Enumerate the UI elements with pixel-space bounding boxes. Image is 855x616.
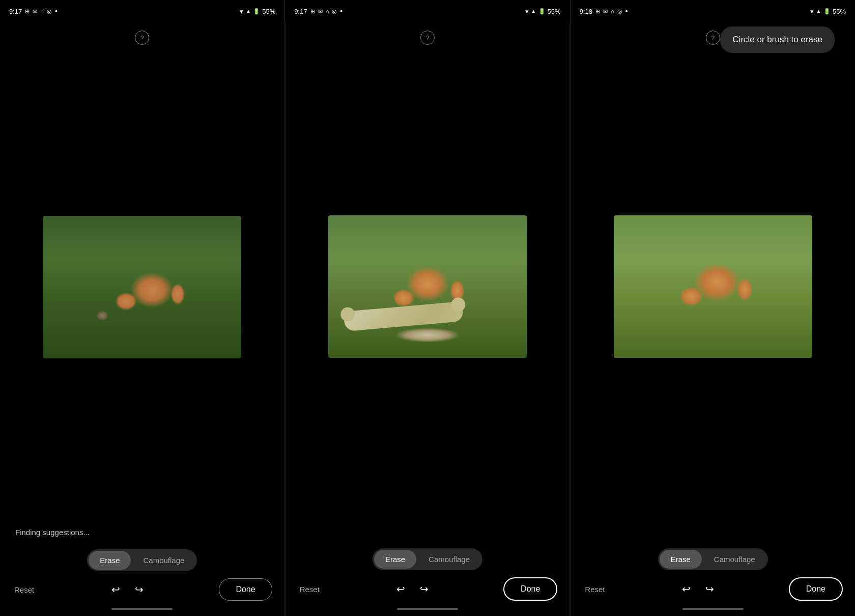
email-icon-3: ✉ [603, 8, 608, 15]
home-icon-2: ⌂ [326, 8, 329, 14]
battery-icon-2: 🔋 [538, 8, 546, 15]
main-content: ? Finding suggestions... Erase Camouflag… [0, 22, 855, 616]
battery-percent-3: 55% [833, 8, 846, 15]
phone-panel-1: ? Finding suggestions... Erase Camouflag… [0, 22, 285, 616]
home-bar-3 [682, 608, 744, 610]
erase-button-3[interactable]: Erase [660, 550, 702, 569]
battery-percent-1: 55% [262, 8, 275, 15]
help-button-1[interactable]: ? [135, 31, 149, 45]
phone-panel-3: ? Circle or brush to erase Erase Camoufl… [571, 22, 855, 616]
redo-button-1[interactable]: ↪ [130, 580, 149, 599]
suggestions-area-2 [286, 524, 570, 544]
dog-image-1[interactable] [43, 216, 241, 358]
reset-button-2[interactable]: Reset [298, 581, 322, 598]
status-bar-panel-1: 9:17 ⊞ ✉ ⌂ ◎ • ▾ ▲ 🔋 55% [0, 0, 284, 22]
suggestions-text-1: Finding suggestions... [15, 528, 90, 537]
home-bar-2 [397, 608, 458, 610]
status-left-3: 9:18 ⊞ ✉ ⌂ ◎ • [580, 7, 628, 15]
toggle-pill-1: Erase Camouflage [87, 549, 197, 571]
bottom-toolbar-2: Erase Camouflage Reset ↩ ↪ Done [286, 544, 570, 616]
home-indicator-2 [286, 605, 570, 614]
dog-image-bg-2 [328, 215, 527, 358]
battery-icon-1: 🔋 [253, 8, 260, 15]
action-row-1: Reset ↩ ↪ Done [0, 578, 284, 605]
action-row-3: Reset ↩ ↪ Done [571, 577, 855, 605]
question-icon-1: ? [140, 34, 144, 42]
undo-button-3[interactable]: ↩ [676, 579, 696, 599]
redo-button-2[interactable]: ↪ [414, 579, 434, 599]
status-bars-row: 9:17 ⊞ ✉ ⌂ ◎ • ▾ ▲ 🔋 55% 9:17 ⊞ ✉ ⌂ ◎ • … [0, 0, 855, 22]
wifi-icon-2: ▾ [525, 8, 529, 15]
time-panel-2: 9:17 [294, 8, 307, 15]
dot-icon: • [55, 7, 58, 15]
undo-button-2[interactable]: ↩ [391, 579, 410, 599]
dot-icon-2: • [340, 7, 343, 15]
suggestions-area-1: Finding suggestions... [0, 525, 284, 545]
wifi-icon-3: ▾ [810, 8, 814, 15]
help-button-3[interactable]: ? [706, 31, 720, 45]
help-row-1: ? [0, 22, 284, 49]
home-icon-3: ⌂ [611, 8, 614, 14]
action-row-2: Reset ↩ ↪ Done [286, 577, 570, 605]
grid-icon-2: ⊞ [310, 8, 315, 15]
phone-panel-2: ? Erase Camouflage Reset [286, 22, 571, 616]
status-left-1: 9:17 ⊞ ✉ ⌂ ◎ • [9, 7, 58, 15]
status-right-3: ▾ ▲ 🔋 55% [810, 8, 846, 15]
battery-icon-3: 🔋 [823, 8, 831, 15]
home-indicator-3 [571, 605, 855, 614]
help-row-3: ? Circle or brush to erase [571, 22, 855, 49]
camouflage-button-1[interactable]: Camouflage [132, 551, 195, 570]
icon-group-1: ↩ ↪ [106, 580, 149, 599]
redo-button-3[interactable]: ↪ [700, 579, 719, 599]
dog-image-2[interactable] [328, 215, 527, 358]
image-container-1 [0, 49, 284, 525]
location-icon: ◎ [47, 8, 52, 15]
location-icon-3: ◎ [617, 8, 622, 15]
reset-button-1[interactable]: Reset [12, 581, 36, 598]
dog-image-3[interactable] [614, 215, 812, 358]
time-panel-3: 9:18 [580, 8, 592, 15]
camouflage-button-2[interactable]: Camouflage [417, 550, 481, 569]
battery-percent-2: 55% [548, 8, 561, 15]
bottom-toolbar-3: Erase Camouflage Reset ↩ ↪ Done [571, 544, 855, 616]
bone-overlay [344, 301, 464, 331]
question-icon-3: ? [711, 34, 715, 42]
toggle-row-2: Erase Camouflage [286, 548, 570, 570]
grid-icon-3: ⊞ [595, 8, 600, 15]
email-icon-2: ✉ [318, 8, 323, 15]
status-bar-panel-2: 9:17 ⊞ ✉ ⌂ ◎ • ▾ ▲ 🔋 55% [285, 0, 569, 22]
status-left-2: 9:17 ⊞ ✉ ⌂ ◎ • [294, 7, 343, 15]
signal-icon-3: ▲ [816, 8, 821, 14]
undo-button-1[interactable]: ↩ [106, 580, 126, 599]
dog-image-bg-1 [43, 216, 241, 358]
reset-button-3[interactable]: Reset [583, 581, 607, 598]
image-container-2 [286, 49, 570, 524]
signal-icon-2: ▲ [531, 8, 536, 14]
image-container-3 [571, 49, 855, 524]
time-panel-1: 9:17 [9, 8, 22, 15]
done-button-1[interactable]: Done [219, 578, 272, 601]
toggle-row-1: Erase Camouflage [0, 549, 284, 571]
home-bar-1 [111, 608, 173, 610]
suggestions-area-3 [571, 524, 855, 544]
email-icon: ✉ [33, 8, 37, 15]
home-indicator-1 [0, 605, 284, 614]
camouflage-button-3[interactable]: Camouflage [703, 550, 766, 569]
toggle-row-3: Erase Camouflage [571, 548, 855, 570]
status-right-2: ▾ ▲ 🔋 55% [525, 8, 561, 15]
done-button-3[interactable]: Done [789, 577, 843, 601]
location-icon-2: ◎ [332, 8, 337, 15]
erase-button-2[interactable]: Erase [374, 550, 416, 569]
done-button-2[interactable]: Done [503, 577, 557, 601]
erase-button-1[interactable]: Erase [89, 551, 131, 570]
dog-image-bg-3 [614, 215, 812, 358]
tooltip-bubble: Circle or brush to erase [720, 26, 835, 53]
grid-icon: ⊞ [25, 8, 30, 15]
home-icon: ⌂ [40, 8, 44, 14]
bottom-toolbar-1: Erase Camouflage Reset ↩ ↪ Done [0, 545, 284, 616]
help-row-2: ? [286, 22, 570, 49]
question-icon-2: ? [425, 34, 429, 42]
wifi-icon-1: ▾ [240, 8, 243, 15]
help-button-2[interactable]: ? [420, 31, 435, 45]
icon-group-2: ↩ ↪ [391, 579, 434, 599]
